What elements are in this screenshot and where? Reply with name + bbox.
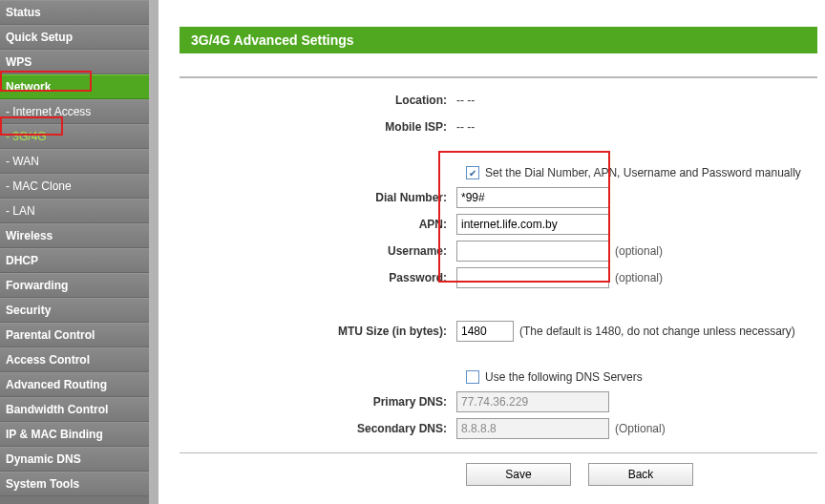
sidebar-item-dynamic-dns[interactable]: Dynamic DNS bbox=[0, 447, 149, 472]
main-content: 3G/4G Advanced Settings Location: -- -- … bbox=[159, 0, 825, 504]
sidebar-item-quick-setup[interactable]: Quick Setup bbox=[0, 25, 149, 50]
password-hint: (optional) bbox=[615, 271, 663, 284]
apn-label: APN: bbox=[180, 218, 456, 231]
mobile-isp-value: -- -- bbox=[456, 120, 475, 134]
username-hint: (optional) bbox=[615, 244, 663, 258]
sidebar-item--wan[interactable]: - WAN bbox=[0, 149, 149, 174]
mtu-hint: (The default is 1480, do not change unle… bbox=[519, 325, 795, 338]
mtu-label: MTU Size (in bytes): bbox=[180, 325, 456, 338]
sidebar-item-forwarding[interactable]: Forwarding bbox=[0, 273, 149, 298]
dial-number-input[interactable] bbox=[456, 187, 609, 208]
sidebar-item-security[interactable]: Security bbox=[0, 298, 149, 323]
secondary-dns-hint: (Optional) bbox=[615, 422, 666, 435]
location-value: -- -- bbox=[456, 94, 475, 107]
back-button[interactable]: Back bbox=[588, 463, 693, 486]
sidebar-item-bandwidth-control[interactable]: Bandwidth Control bbox=[0, 397, 149, 422]
password-label: Password: bbox=[180, 271, 456, 284]
use-dns-label: Use the following DNS Servers bbox=[485, 370, 643, 384]
divider bbox=[180, 76, 817, 78]
password-input[interactable] bbox=[456, 267, 609, 288]
dial-number-label: Dial Number: bbox=[180, 191, 456, 204]
primary-dns-label: Primary DNS: bbox=[180, 395, 456, 409]
sidebar-item-network[interactable]: Network bbox=[0, 74, 149, 99]
sidebar-item--lan[interactable]: - LAN bbox=[0, 199, 149, 223]
secondary-dns-input bbox=[456, 418, 609, 439]
sidebar-item-parental-control[interactable]: Parental Control bbox=[0, 323, 149, 347]
sidebar-item-dhcp[interactable]: DHCP bbox=[0, 248, 149, 273]
location-label: Location: bbox=[180, 94, 456, 107]
mobile-isp-label: Mobile ISP: bbox=[180, 120, 456, 134]
page-title: 3G/4G Advanced Settings bbox=[180, 27, 817, 53]
sidebar-item--3g-4g[interactable]: - 3G/4G bbox=[0, 124, 149, 149]
sidebar-item--internet-access[interactable]: - Internet Access bbox=[0, 99, 149, 124]
secondary-dns-label: Secondary DNS: bbox=[180, 422, 456, 435]
sidebar-item-advanced-routing[interactable]: Advanced Routing bbox=[0, 372, 149, 397]
mtu-input[interactable] bbox=[456, 321, 514, 342]
save-button[interactable]: Save bbox=[466, 463, 571, 486]
divider bbox=[180, 452, 817, 453]
username-input[interactable] bbox=[456, 241, 609, 262]
manual-checkbox-label: Set the Dial Number, APN, Username and P… bbox=[485, 166, 801, 179]
sidebar-item-ip-mac-binding[interactable]: IP & MAC Binding bbox=[0, 422, 149, 447]
sidebar-item-system-tools[interactable]: System Tools bbox=[0, 472, 149, 496]
sidebar: StatusQuick SetupWPSNetwork- Internet Ac… bbox=[0, 0, 159, 504]
sidebar-item-access-control[interactable]: Access Control bbox=[0, 347, 149, 372]
primary-dns-input bbox=[456, 391, 609, 412]
apn-input[interactable] bbox=[456, 214, 609, 235]
sidebar-item--mac-clone[interactable]: - MAC Clone bbox=[0, 174, 149, 199]
username-label: Username: bbox=[180, 244, 456, 258]
sidebar-item-wireless[interactable]: Wireless bbox=[0, 223, 149, 248]
use-dns-checkbox[interactable] bbox=[466, 370, 479, 384]
sidebar-item-status[interactable]: Status bbox=[0, 0, 149, 25]
manual-checkbox[interactable] bbox=[466, 166, 479, 179]
sidebar-item-wps[interactable]: WPS bbox=[0, 50, 149, 74]
